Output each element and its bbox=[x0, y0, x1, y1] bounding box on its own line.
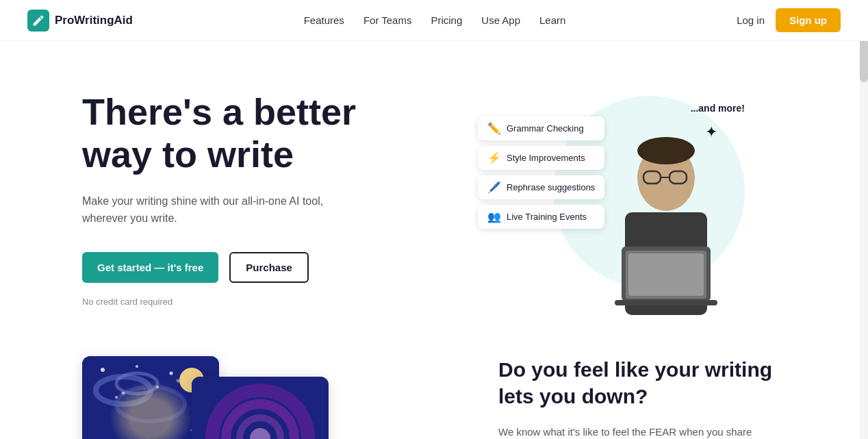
svg-point-12 bbox=[116, 387, 185, 421]
nav-features[interactable]: Features bbox=[304, 14, 344, 26]
hero-left: There's a better way to write Make your … bbox=[82, 90, 438, 306]
section2: My idea in my head Do you feel like your… bbox=[0, 342, 868, 439]
hero-person-container bbox=[601, 116, 731, 315]
logo-icon bbox=[27, 10, 49, 32]
nav-use-app[interactable]: Use App bbox=[481, 14, 520, 26]
hero-buttons: Get started — it's free Purchase bbox=[82, 252, 438, 283]
pill-style-label: Style Improvements bbox=[507, 153, 585, 163]
pill-training: 👥 Live Training Events bbox=[478, 205, 604, 229]
svg-point-18 bbox=[115, 396, 118, 399]
pill-grammar: ✏️ Grammar Checking bbox=[478, 116, 604, 140]
svg-point-13 bbox=[116, 373, 157, 394]
purple-swirl-svg bbox=[192, 377, 329, 439]
hero-right: ...and more! ✦ ✏️ Grammar Checking ⚡ Sty… bbox=[444, 82, 786, 315]
scrollbar-track[interactable] bbox=[860, 0, 868, 439]
hero-subtitle: Make your writing shine with our all-in-… bbox=[82, 192, 370, 227]
purchase-button[interactable]: Purchase bbox=[229, 252, 309, 283]
pill-style: ⚡ Style Improvements bbox=[478, 146, 604, 170]
logo-link[interactable]: ProWritingAid bbox=[27, 10, 133, 32]
feature-pills: ✏️ Grammar Checking ⚡ Style Improvements… bbox=[478, 116, 604, 229]
svg-point-16 bbox=[136, 365, 138, 368]
svg-point-19 bbox=[156, 386, 159, 388]
signup-button[interactable]: Sign up bbox=[776, 8, 841, 32]
nav-learn[interactable]: Learn bbox=[539, 14, 565, 26]
art-card-stack: My idea in my head bbox=[82, 356, 329, 439]
style-icon: ⚡ bbox=[487, 151, 501, 164]
svg-rect-8 bbox=[628, 253, 704, 296]
navbar: ProWritingAid Features For Teams Pricing… bbox=[0, 0, 868, 41]
section2-title: Do you feel like your writing lets you d… bbox=[498, 356, 786, 410]
hero-section: There's a better way to write Make your … bbox=[0, 41, 868, 342]
login-link[interactable]: Log in bbox=[737, 14, 765, 26]
grammar-icon: ✏️ bbox=[487, 122, 501, 135]
section2-right: Do you feel like your writing lets you d… bbox=[457, 356, 786, 439]
nav-for-teams[interactable]: For Teams bbox=[363, 14, 412, 26]
and-more-label: ...and more! bbox=[691, 103, 745, 114]
section2-text: We know what it's like to feel the FEAR … bbox=[498, 423, 786, 439]
svg-point-5 bbox=[637, 137, 695, 164]
get-started-button[interactable]: Get started — it's free bbox=[82, 252, 218, 283]
pill-rephrase: 🖊️ Rephrase suggestions bbox=[478, 175, 604, 199]
section2-art: My idea in my head bbox=[82, 356, 370, 439]
svg-point-17 bbox=[170, 372, 173, 375]
art-card-swirl bbox=[192, 377, 329, 439]
svg-rect-9 bbox=[615, 300, 717, 305]
rephrase-icon: 🖊️ bbox=[487, 181, 501, 194]
hero-title: There's a better way to write bbox=[82, 90, 438, 175]
logo-svg bbox=[31, 14, 45, 27]
pill-training-label: Live Training Events bbox=[507, 212, 587, 222]
svg-point-11 bbox=[96, 377, 151, 404]
nav-links: Features For Teams Pricing Use App Learn bbox=[304, 14, 566, 26]
nav-pricing[interactable]: Pricing bbox=[431, 14, 462, 26]
training-icon: 👥 bbox=[487, 210, 501, 223]
svg-point-15 bbox=[101, 368, 105, 372]
no-credit-card-text: No credit card required bbox=[82, 297, 438, 307]
pill-grammar-label: Grammar Checking bbox=[507, 123, 584, 134]
hero-illustration: ...and more! ✦ ✏️ Grammar Checking ⚡ Sty… bbox=[478, 82, 752, 315]
pill-rephrase-label: Rephrase suggestions bbox=[507, 182, 595, 192]
person-svg bbox=[601, 116, 731, 315]
nav-actions: Log in Sign up bbox=[737, 8, 841, 32]
logo-text: ProWritingAid bbox=[55, 14, 133, 27]
